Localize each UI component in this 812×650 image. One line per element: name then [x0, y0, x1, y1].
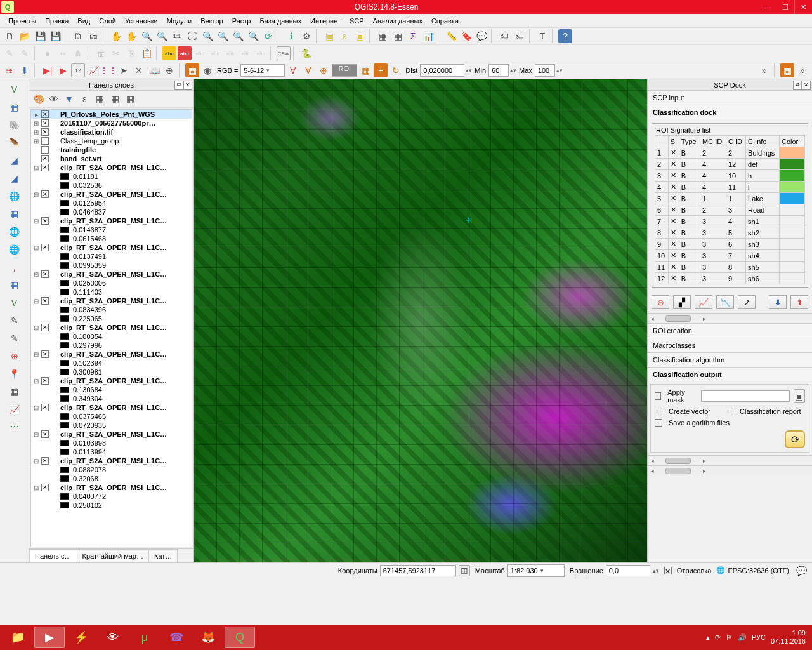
layer-child[interactable]: 0.349304: [31, 394, 192, 403]
menu-0[interactable]: Проекты: [4, 16, 41, 26]
abc-hide-icon[interactable]: abc: [208, 46, 222, 60]
tray-clock[interactable]: 1:09 07.11.2016: [771, 629, 806, 646]
layer-child[interactable]: 0.297996: [31, 341, 192, 350]
layer-item[interactable]: ⊟clip_RT_S2A_OPER_MSI_L1C…: [31, 216, 192, 225]
abc-highlight-icon[interactable]: abc: [178, 46, 192, 60]
coord-toggle-icon[interactable]: ⊞: [459, 565, 470, 576]
layers-tree[interactable]: ▸Pl_Orlovsk_Poles_Pnt_WGS⊞20161107_00562…: [30, 109, 192, 547]
layer-child[interactable]: 0.32068: [31, 474, 192, 483]
rgb-combo[interactable]: 5-6-12: [240, 64, 285, 77]
menu-5[interactable]: Модули: [162, 16, 196, 26]
scale-combo[interactable]: 1:82 030: [508, 564, 565, 577]
add-vector-icon[interactable]: V: [6, 82, 23, 97]
roi-row[interactable]: 8✕B35sh2: [655, 227, 805, 239]
macroclasses-section[interactable]: Macroclasses: [648, 338, 812, 352]
roi-row[interactable]: 11✕B38sh5: [655, 262, 805, 273]
task-qgis-icon[interactable]: Q: [225, 627, 255, 648]
help-icon[interactable]: ?: [558, 29, 572, 43]
layer-child[interactable]: 0.0464837: [31, 208, 192, 216]
abc-pin-icon[interactable]: abc: [193, 46, 207, 60]
task-utorrent-icon[interactable]: μ: [129, 627, 160, 648]
system-tray[interactable]: ▴ ⟳ 🏳 🔊 РУС 1:09 07.11.2016: [706, 629, 809, 646]
scp-scrollbar-2[interactable]: [648, 465, 812, 475]
scp-download-icon[interactable]: ⬇: [18, 63, 32, 77]
action-icon[interactable]: ⚙: [299, 29, 313, 43]
dist-input[interactable]: [420, 64, 464, 77]
scp-radio-icon[interactable]: ◉: [200, 63, 214, 77]
menu-7[interactable]: Растр: [228, 16, 256, 26]
toolbar-overflow-icon[interactable]: »: [757, 63, 771, 77]
new-project-icon[interactable]: 🗋: [3, 29, 16, 43]
roi-merge-icon[interactable]: ▞: [673, 295, 691, 309]
select-features-icon[interactable]: ▣: [322, 29, 336, 43]
toolbar-overflow2-icon[interactable]: »: [796, 63, 809, 77]
open-table-icon[interactable]: ▦: [376, 29, 390, 43]
scp-input-section[interactable]: SCP input: [648, 91, 812, 105]
text-annotation-icon[interactable]: T: [535, 29, 549, 43]
map-canvas[interactable]: +: [194, 79, 647, 562]
layer-item[interactable]: ⊟clip_RT_S2A_OPER_MSI_L1C…: [31, 403, 192, 412]
node-tool-icon[interactable]: ⋔: [71, 46, 85, 60]
scp-scrollbar-1[interactable]: [648, 455, 812, 465]
roi-calc-icon[interactable]: 📈: [695, 295, 712, 309]
scp-kml-icon[interactable]: ▦: [358, 63, 372, 77]
layer-child[interactable]: 0.0125954: [31, 199, 192, 208]
stats-icon[interactable]: 📊: [421, 29, 435, 43]
layer-child[interactable]: 0.0403772: [31, 492, 192, 501]
create-vector-checkbox[interactable]: [655, 408, 662, 415]
cut-icon[interactable]: ✂: [109, 46, 123, 60]
scp-scatter-icon[interactable]: ⋮⋮: [102, 63, 115, 77]
layer-child[interactable]: 0.0375465: [31, 412, 192, 421]
deselect-icon[interactable]: ▣: [353, 29, 367, 43]
menu-8[interactable]: База данных: [255, 16, 306, 26]
tab-shortest[interactable]: Кратчайший мар…: [77, 549, 149, 562]
layer-item[interactable]: band_set.vrt: [31, 154, 192, 163]
tab-cat[interactable]: Кат…: [148, 549, 178, 562]
coord-input[interactable]: [380, 565, 456, 576]
remove-layer-icon[interactable]: ▦: [123, 92, 137, 106]
add-mssql-icon[interactable]: ◢: [6, 153, 23, 168]
collapse-all-icon[interactable]: ▦: [108, 92, 122, 106]
layer-child[interactable]: 0.0146877: [31, 225, 192, 234]
menu-9[interactable]: Интернет: [306, 16, 345, 26]
task-explorer-icon[interactable]: 📁: [3, 627, 33, 648]
maximize-button[interactable]: ☐: [776, 0, 794, 14]
new-shapefile-icon[interactable]: V: [6, 295, 23, 310]
layer-item[interactable]: ⊟clip_RT_S2A_OPER_MSI_L1C…: [31, 456, 192, 465]
tray-volume-icon[interactable]: 🔊: [738, 633, 747, 642]
move-feature-icon[interactable]: ↔: [56, 46, 70, 60]
csw-icon[interactable]: CSW: [277, 46, 291, 60]
add-wms-icon[interactable]: 🌐: [6, 189, 23, 204]
class-algo-section[interactable]: Classification algorithm: [648, 352, 812, 367]
scp-tool2-icon[interactable]: ▶: [56, 63, 70, 77]
minimize-button[interactable]: —: [759, 0, 776, 14]
panel-undock-icon[interactable]: ⧉: [174, 81, 183, 90]
layer-child[interactable]: 0.130684: [31, 385, 192, 394]
layer-item[interactable]: ⊟clip_RT_S2A_OPER_MSI_L1C…: [31, 350, 192, 359]
select-expression-icon[interactable]: ε: [337, 29, 351, 43]
classification-dock-section[interactable]: Classification dock: [648, 105, 812, 119]
expression-filter-icon[interactable]: ε: [77, 92, 91, 106]
copy-icon[interactable]: ⎘: [124, 46, 138, 60]
roi-row[interactable]: 10✕B37sh4: [655, 250, 805, 262]
roi-row[interactable]: 5✕B11Lake: [655, 193, 805, 204]
layer-child[interactable]: 0.111403: [31, 288, 192, 296]
menu-2[interactable]: Вид: [73, 16, 95, 26]
layer-item[interactable]: ⊟clip_RT_S2A_OPER_MSI_L1C…: [31, 430, 192, 439]
menu-6[interactable]: Вектор: [196, 16, 228, 26]
roi-row[interactable]: 7✕B34sh1: [655, 216, 805, 227]
scp-bandcalc-icon[interactable]: 12: [71, 63, 85, 77]
task-winamp-icon[interactable]: ⚡: [66, 627, 96, 648]
task-firefox-icon[interactable]: 🦊: [193, 627, 223, 648]
abc-rotate-icon[interactable]: abc: [239, 46, 252, 60]
menu-3[interactable]: Слой: [95, 16, 121, 26]
scp-zoom-roi-icon[interactable]: ⊕: [317, 63, 331, 77]
layer-item[interactable]: ⊞classification.tif: [31, 128, 192, 136]
close-button[interactable]: ✕: [794, 0, 812, 14]
roi-row[interactable]: 3✕B410h: [655, 170, 805, 182]
layer-child[interactable]: 0.0882078: [31, 465, 192, 474]
add-wcs-icon[interactable]: 🌐: [6, 224, 23, 239]
zoom-last-icon[interactable]: 🔍: [231, 29, 245, 43]
apply-mask-checkbox[interactable]: [655, 392, 661, 400]
layer-item[interactable]: ⊟clip_RT_S2A_OPER_MSI_L1C…: [31, 296, 192, 305]
